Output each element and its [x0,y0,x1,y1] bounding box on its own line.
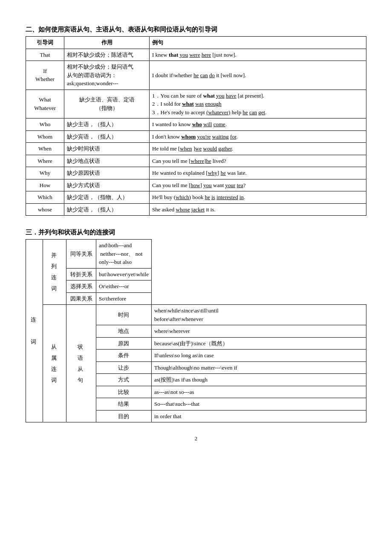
example-whose: She asked whose jacket it is. [150,203,366,216]
table-row: When 缺少时间状语 He told me [when ]we would g… [26,143,366,155]
header-example: 例句 [150,37,366,49]
example-what-whatever: 1．You can be sure of what you have [at p… [150,90,366,119]
cell-parallel-type-3: 选择关系 [66,280,96,293]
usage-why: 缺少原因状语 [64,167,150,179]
section2-table: 引导词 作用 例句 That 相对不缺少成分；陈述语气 I knew that … [26,36,366,216]
cell-adverb-content-manner: as(按照)\as if\as though [151,374,366,386]
cell-bing-lie-lian-ci: 并列连词 [43,240,66,305]
example-how: Can you tell me [how] you want your tea? [150,179,366,191]
guide-how: How [26,179,64,191]
cell-adverb-type-comparison: 比较 [96,386,152,398]
cell-adverb-content-reason: because\as(由于)\since（既然） [151,337,366,350]
table-row: Who 缺少主语，（指人） I wanted to know who will … [26,119,366,131]
table-row: Whom 缺少宾语，（指人） I don't know whom you're … [26,130,366,143]
example-which: He'll buy (which) book he is interested … [150,191,366,204]
usage-what-whatever: 缺少主语、宾语、定语（指物） [64,90,150,119]
cell-adverb-content-place: where\wherever [151,325,366,338]
guide-which: Which [26,191,64,204]
example-whom: I don't know whom you're waiting for. [150,130,366,143]
section3-table: 连词 并列连词 同等关系 and\both---and neither---no… [26,239,366,422]
usage-that: 相对不缺少成分；陈述语气 [64,49,150,61]
usage-how: 缺少方式状语 [64,179,150,191]
header-usage: 作用 [64,37,150,49]
cell-adverb-type-concession: 让步 [96,361,152,374]
example-who: I wanted to know who will come. [150,119,366,131]
cell-parallel-type-1: 同等关系 [66,240,96,269]
usage-which: 缺少定语，（指物、人） [64,191,150,204]
guide-if-whether: IfWhether [26,61,64,90]
guide-what-whatever: WhatWhatever [26,90,64,119]
example-that: I knew that you were here [just now]. [150,49,366,61]
cell-zhuang-yu-cong-ju: 状语从句 [66,305,96,422]
example-where: Can you tell me [where]he lived? [150,155,366,167]
table-row: 从属连词 状语从句 时间 when\while\since\as\till\un… [26,305,366,325]
cell-adverb-content-purpose: in order that [151,410,366,422]
example-if-whether: I doubt if\whether he can do it [well no… [150,61,366,90]
cell-adverb-type-manner: 方式 [96,374,152,386]
section3: 三．并列句和状语从句的连接词 连词 并列连词 同等关系 and\both---a… [26,228,366,422]
usage-who: 缺少主语，（指人） [64,119,150,131]
table-row: 转折关系 but\however\yet\while [26,268,366,280]
cell-parallel-type-2: 转折关系 [66,268,96,280]
cell-adverb-content-result: So---that\such---that [151,398,366,410]
table-row: whose 缺少定语，（指人） She asked whose jacket i… [26,203,366,216]
usage-whom: 缺少宾语，（指人） [64,130,150,143]
table-row: 选择关系 Or\either---or [26,280,366,293]
cell-adverb-type-time: 时间 [96,305,152,325]
table-row: IfWhether 相对不缺少成分；疑问语气 从句的谓语动词为： ask;que… [26,61,366,90]
cell-parallel-type-4: 因果关系 [66,292,96,305]
example-why: He wanted to explained [why] he was late… [150,167,366,179]
guide-why: Why [26,167,64,179]
cell-adverb-type-result: 结果 [96,398,152,410]
cell-parallel-content-1: and\both---and neither---nor、 not only--… [96,240,152,269]
cell-adverb-content-condition: If\unless\so long as\in case [151,350,366,362]
guide-who: Who [26,119,64,131]
header-guide: 引导词 [26,37,64,49]
cell-adverb-content-time: when\while\since\as\till\until before\af… [151,305,366,325]
guide-that: That [26,49,64,61]
cell-cong-shu-lian-ci: 从属连词 [43,305,66,422]
cell-adverb-type-purpose: 目的 [96,410,152,422]
usage-whose: 缺少定语，（指人） [64,203,150,216]
table-row: 连词 并列连词 同等关系 and\both---and neither---no… [26,240,366,269]
cell-parallel-content-2: but\however\yet\while [96,268,152,280]
cell-adverb-type-condition: 条件 [96,350,152,362]
table-row: Why 缺少原因状语 He wanted to explained [why] … [26,167,366,179]
table-row: How 缺少方式状语 Can you tell me [how] you wan… [26,179,366,191]
cell-parallel-content-4: So\therefore [96,292,152,305]
table-row: Which 缺少定语，（指物、人） He'll buy (which) book… [26,191,366,204]
example-when: He told me [when ]we would gather. [150,143,366,155]
table-row: WhatWhatever 缺少主语、宾语、定语（指物） 1．You can be… [26,90,366,119]
cell-adverb-type-reason: 原因 [96,337,152,350]
table-row: Where 缺少地点状语 Can you tell me [where]he l… [26,155,366,167]
guide-where: Where [26,155,64,167]
section2: 二、如何使用宾语从句、主语从句、表语从句和同位语从句的引导词 引导词 作用 例句… [26,26,366,216]
usage-where: 缺少地点状语 [64,155,150,167]
guide-whose: whose [26,203,64,216]
usage-if-whether: 相对不缺少成分；疑问语气 从句的谓语动词为： ask;question;wond… [64,61,150,90]
cell-adverb-content-concession: Though\although\no matter---\even if [151,361,366,374]
table-row: That 相对不缺少成分；陈述语气 I knew that you were h… [26,49,366,61]
guide-whom: Whom [26,130,64,143]
cell-adverb-content-comparison: as---as\not so---as [151,386,366,398]
cell-lian-ci: 连词 [26,240,43,422]
cell-parallel-content-3: Or\either---or [96,280,152,293]
guide-when: When [26,143,64,155]
section3-title: 三．并列句和状语从句的连接词 [26,228,366,237]
table-row: 因果关系 So\therefore [26,292,366,305]
cell-adverb-type-place: 地点 [96,325,152,338]
usage-when: 缺少时间状语 [64,143,150,155]
page-number: 2 [26,435,366,442]
section2-title: 二、如何使用宾语从句、主语从句、表语从句和同位语从句的引导词 [26,26,366,34]
